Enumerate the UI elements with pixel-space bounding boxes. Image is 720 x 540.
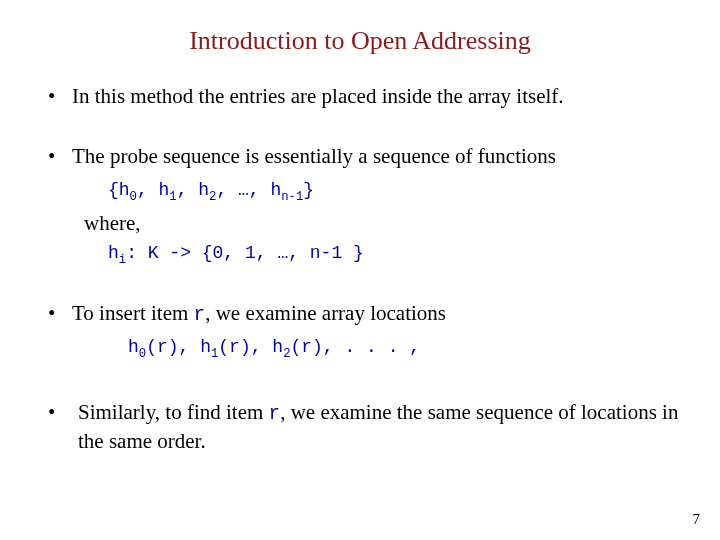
bullet-4-text: Similarly, to find item r, we examine th… [72, 398, 680, 455]
where-text: where, [84, 211, 680, 236]
code-sub: 1 [211, 347, 218, 361]
slide-title: Introduction to Open Addressing [40, 26, 680, 56]
code-frag: (r), h [146, 337, 211, 357]
code-frag: h [108, 243, 119, 263]
bullet-1-text: In this method the entries are placed in… [72, 82, 680, 110]
text-frag: Similarly, to find item [78, 400, 269, 424]
bullet-dot: • [48, 142, 72, 170]
code-frag: , …, h [216, 180, 281, 200]
code-insert-sequence: h0(r), h1(r), h2(r), . . . , [128, 336, 680, 362]
code-frag: : K -> {0, 1, …, n-1 } [126, 243, 364, 263]
code-sub: 1 [169, 190, 176, 204]
code-domain: hi: K -> {0, 1, …, n-1 } [108, 242, 680, 268]
code-sub: 2 [209, 190, 216, 204]
code-frag: {h [108, 180, 130, 200]
inline-code-r: r [194, 304, 206, 326]
code-frag: (r), . . . , [290, 337, 420, 357]
bullet-dot: • [48, 82, 72, 110]
text-frag: To insert item [72, 301, 194, 325]
bullet-dot: • [48, 398, 72, 426]
bullet-3: • To insert item r, we examine array loc… [48, 299, 680, 328]
code-sub: n-1 [281, 190, 303, 204]
code-frag: } [303, 180, 314, 200]
inline-code-r: r [269, 403, 281, 425]
page-number: 7 [693, 511, 701, 528]
bullet-2-text: The probe sequence is essentially a sequ… [72, 142, 680, 170]
code-frag: h [128, 337, 139, 357]
code-frag: , h [177, 180, 209, 200]
text-frag: , we examine array locations [205, 301, 446, 325]
bullet-1: • In this method the entries are placed … [48, 82, 680, 110]
bullet-3-text: To insert item r, we examine array locat… [72, 299, 680, 328]
bullet-dot: • [48, 299, 72, 327]
code-sub: 0 [130, 190, 137, 204]
code-sub: 0 [139, 347, 146, 361]
code-frag: , h [137, 180, 169, 200]
slide: Introduction to Open Addressing • In thi… [0, 0, 720, 540]
code-frag: (r), h [218, 337, 283, 357]
code-probe-sequence: {h0, h1, h2, …, hn-1} [108, 179, 680, 205]
code-sub: 2 [283, 347, 290, 361]
code-sub: i [119, 253, 126, 267]
bullet-2: • The probe sequence is essentially a se… [48, 142, 680, 170]
bullet-4: • Similarly, to find item r, we examine … [48, 398, 680, 455]
